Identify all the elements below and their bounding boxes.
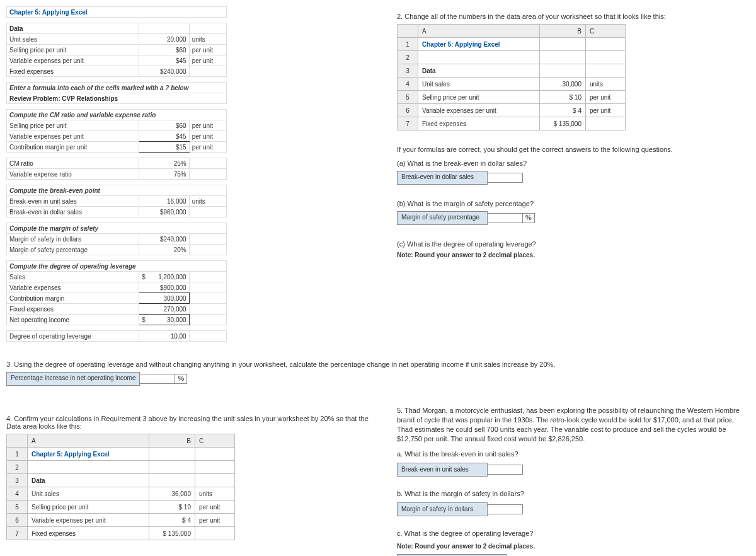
cvp-worksheet: Chapter 5: Applying Excel Data Unit sale… [6,6,227,342]
q2b-input[interactable] [487,213,523,223]
q4-excel-table: ABC 1Chapter 5: Applying Excel 2 3Data 4… [6,434,235,540]
q5a-label: Break-even in unit sales [397,463,488,477]
q2a-input[interactable] [487,173,523,183]
q5c-text: c. What is the degree of operating lever… [397,529,750,538]
q2c-text: (c) What is the degree of operating leve… [397,240,750,248]
q3-unit: % [175,374,187,384]
q5c-note: Note: Round your answer to 2 decimal pla… [397,542,750,551]
q5b-text: b. What is the margin of safety in dolla… [397,489,750,499]
q2b-text: (b) What is the margin of safety percent… [397,200,750,207]
ws-title: Chapter 5: Applying Excel [7,7,227,18]
q3-section: 3. Using the degree of operating leverag… [6,354,750,390]
q3-input[interactable] [139,374,175,384]
formulas-ok-text: If your formulas are correct, you should… [397,146,750,153]
q2a-text: (a) What is the break-even in dollar sal… [397,159,750,167]
q5b-input[interactable] [487,504,523,514]
left-worksheet: Chapter 5: Applying Excel Data Unit sale… [6,6,384,342]
q2b-label: Margin of safety percentage [397,211,488,225]
q5-intro: 5. Thad Morgan, a motorcycle enthusiast,… [397,406,750,443]
q5-section: 5. Thad Morgan, a motorcycle enthusiast,… [397,406,750,556]
q5a-text: a. What is the break-even in unit sales? [397,449,750,459]
right-column: 2. Change all of the numbers in the data… [397,6,750,342]
q4-text: 4. Confirm your calculations in Requirem… [6,415,384,430]
q2-excel-table: ABC 1Chapter 5: Applying Excel 2 3Data 4… [397,24,626,130]
q4-section: 4. Confirm your calculations in Requirem… [6,402,384,556]
q2a-label: Break-even in dollar sales [397,171,488,185]
q2-text: 2. Change all of the numbers in the data… [397,13,750,20]
q3-label: Percentage increase in net operating inc… [6,372,140,386]
q3-text: 3. Using the degree of operating leverag… [6,361,750,368]
q2c-note: Note: Round your answer to 2 decimal pla… [397,252,750,258]
q2b-unit: % [522,213,535,223]
data-header: Data [7,23,139,34]
q5b-label: Margin of safety in dollars [397,502,488,516]
q5a-input[interactable] [487,465,523,475]
